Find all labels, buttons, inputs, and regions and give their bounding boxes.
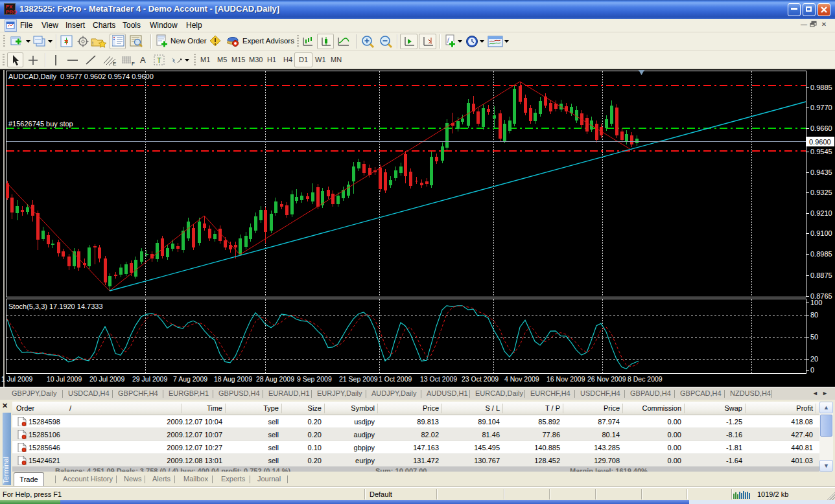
svg-text:29 Jul 2009: 29 Jul 2009 — [132, 375, 167, 383]
svg-text:0.9660: 0.9660 — [810, 124, 832, 132]
svg-text:23 Oct 2009: 23 Oct 2009 — [462, 375, 499, 383]
svg-text:7 Aug 2009: 7 Aug 2009 — [173, 375, 207, 383]
svg-text:0.9325: 0.9325 — [810, 189, 832, 196]
svg-text:10 Jul 2009: 10 Jul 2009 — [47, 375, 82, 383]
svg-text:0.9545: 0.9545 — [810, 148, 832, 155]
svg-text:Stoch(5,3,3) 17.1920 14.7333: Stoch(5,3,3) 17.1920 14.7333 — [8, 303, 103, 310]
svg-text:21 Sep 2009: 21 Sep 2009 — [339, 375, 378, 383]
svg-text:0.9100: 0.9100 — [810, 229, 832, 237]
svg-text:16 Nov 2009: 16 Nov 2009 — [547, 375, 585, 383]
svg-text:9 Sep 2009: 9 Sep 2009 — [297, 375, 332, 383]
svg-text:1 Jul 2009: 1 Jul 2009 — [1, 375, 33, 383]
svg-text:50: 50 — [810, 333, 818, 341]
svg-text:18 Aug 2009: 18 Aug 2009 — [214, 375, 252, 383]
svg-text:4 Nov 2009: 4 Nov 2009 — [504, 375, 539, 383]
svg-text:E: E — [113, 61, 116, 66]
svg-text:0.9435: 0.9435 — [810, 168, 832, 176]
svg-text:1 Oct 2009: 1 Oct 2009 — [379, 375, 412, 383]
svg-text:26 Nov 2009: 26 Nov 2009 — [587, 375, 626, 383]
svg-text:8 Dec 2009: 8 Dec 2009 — [628, 375, 663, 383]
svg-text:80: 80 — [810, 311, 818, 319]
svg-text:0.9885: 0.9885 — [810, 84, 832, 91]
svg-text:#15626745 buy stop: #15626745 buy stop — [8, 120, 73, 128]
svg-text:0.8875: 0.8875 — [810, 271, 832, 279]
svg-text:AUDCAD,Daily 0.9577 0.9602 0.: AUDCAD,Daily 0.9577 0.9602 0.9574 0.9600 — [8, 73, 154, 80]
svg-text:0.9600: 0.9600 — [809, 138, 831, 146]
svg-text:28 Aug 2009: 28 Aug 2009 — [256, 375, 294, 383]
svg-text:0.8985: 0.8985 — [810, 250, 832, 258]
svg-text:20: 20 — [810, 355, 818, 363]
svg-text:0.9770: 0.9770 — [810, 104, 832, 111]
svg-text:0.9210: 0.9210 — [810, 209, 832, 217]
svg-text:T: T — [157, 56, 161, 64]
svg-text:0: 0 — [810, 366, 814, 374]
svg-text:F: F — [132, 61, 135, 66]
svg-text:20 Jul 2009: 20 Jul 2009 — [89, 375, 124, 383]
svg-text:13 Oct 2009: 13 Oct 2009 — [420, 375, 457, 383]
svg-text:100: 100 — [810, 299, 822, 306]
